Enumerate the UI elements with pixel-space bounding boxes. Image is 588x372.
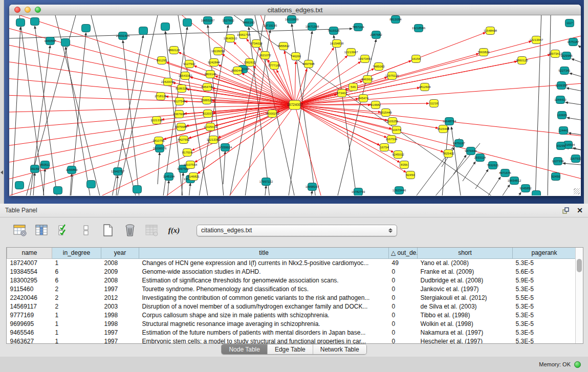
- graph-node[interactable]: 10653287: [201, 17, 215, 25]
- cell-short[interactable]: Yano et al. (2008): [418, 258, 513, 267]
- cell-title[interactable]: Genome-wide association studies in ADHD.: [139, 267, 389, 276]
- cell-pagerank[interactable]: 5.5E-5: [513, 293, 576, 302]
- graph-node[interactable]: 12923446: [393, 187, 406, 194]
- graph-node[interactable]: 19218586: [412, 25, 426, 32]
- table-row[interactable]: 1456911722003Disruption of a novel membe…: [7, 302, 576, 311]
- graph-node[interactable]: [133, 186, 142, 193]
- graph-node[interactable]: [15, 182, 24, 189]
- cell-in_degree[interactable]: 2: [52, 285, 101, 293]
- cell-year[interactable]: 2009: [101, 267, 139, 276]
- citation-edge-black[interactable]: [508, 192, 521, 195]
- graph-node[interactable]: 1621072: [259, 52, 271, 59]
- cell-out_degree[interactable]: 0: [389, 311, 418, 319]
- citation-edge-black[interactable]: [188, 183, 190, 195]
- graph-node[interactable]: 11216: [430, 100, 439, 107]
- graph-node[interactable]: 7857224: [352, 24, 364, 31]
- citation-edge-black[interactable]: [33, 173, 35, 195]
- graph-node[interactable]: 10958167: [306, 183, 319, 191]
- graph-node[interactable]: 19671388: [306, 23, 319, 31]
- show-columns-icon[interactable]: [34, 223, 50, 238]
- cell-name[interactable]: 9699695: [7, 319, 52, 328]
- cell-name[interactable]: 9115460: [7, 285, 52, 293]
- graph-node[interactable]: 1940557: [44, 37, 56, 45]
- graph-node[interactable]: 9466160: [243, 19, 255, 27]
- cell-pagerank[interactable]: 5.6E-5: [513, 267, 576, 276]
- cell-year[interactable]: 2008: [101, 276, 139, 285]
- table-row[interactable]: 969969511998Structural magnetic resonanc…: [7, 319, 576, 328]
- cell-pagerank[interactable]: 5.3E-5: [513, 311, 576, 319]
- cell-title[interactable]: Estimation of the future numbers of pati…: [139, 328, 389, 337]
- citation-edge-black[interactable]: [12, 27, 20, 195]
- cell-title[interactable]: Tourette syndrome. Phenomenology and cla…: [139, 285, 389, 293]
- cell-in_degree[interactable]: 1: [52, 258, 101, 267]
- cell-year[interactable]: 2008: [101, 258, 139, 267]
- cell-short[interactable]: Franke et al. (2009): [418, 267, 513, 276]
- canvas-resize-grip[interactable]: [574, 188, 580, 194]
- citation-edge-black[interactable]: [570, 73, 581, 80]
- citation-edge-black[interactable]: [567, 88, 581, 93]
- node-table-grid[interactable]: namein_degreeyeartitle△ out_de...shortpa…: [7, 248, 575, 343]
- new-table-icon[interactable]: [100, 223, 116, 238]
- graph-node[interactable]: 8471676: [499, 169, 511, 177]
- column-header-out_degree[interactable]: △ out_de...: [389, 248, 418, 258]
- graph-node[interactable]: 822037: [203, 110, 213, 118]
- cell-title[interactable]: Investigating the contribution of common…: [139, 293, 389, 302]
- graph-node[interactable]: 9227341: [558, 67, 571, 75]
- citation-edge-black[interactable]: [223, 151, 225, 184]
- cell-out_degree[interactable]: 0: [389, 302, 418, 311]
- citation-edge-black[interactable]: [167, 181, 169, 195]
- table-row[interactable]: 977716911998Corpus callosum shape and si…: [7, 311, 576, 319]
- graph-node[interactable]: 9329965: [560, 52, 573, 60]
- collapse-left-arrow-icon[interactable]: [1, 170, 3, 174]
- citation-edge-black[interactable]: [563, 163, 581, 166]
- select-all-icon[interactable]: [56, 223, 72, 238]
- cell-title[interactable]: Changes of HCN gene expression and I(f) …: [139, 258, 389, 267]
- cell-year[interactable]: 2003: [101, 302, 139, 311]
- graph-node[interactable]: 12942757: [111, 168, 125, 176]
- graph-node[interactable]: 16782759: [352, 188, 365, 196]
- graph-node[interactable]: 9127548: [173, 98, 186, 105]
- graph-node[interactable]: 12975115: [385, 72, 399, 80]
- column-header-title[interactable]: title: [139, 248, 389, 258]
- graph-node[interactable]: 2718126: [155, 93, 167, 100]
- table-row[interactable]: 946362711997Embryonic stem cells: a mode…: [7, 337, 576, 343]
- graph-node[interactable]: 93299: [557, 142, 566, 150]
- graph-node[interactable]: 9475685: [175, 123, 187, 131]
- left-panel-divider[interactable]: [0, 0, 4, 204]
- graph-node[interactable]: 8186328: [176, 85, 188, 93]
- graph-node[interactable]: 18226058: [211, 48, 225, 55]
- table-row[interactable]: 1830029562008Estimation of significance …: [7, 276, 576, 285]
- graph-node[interactable]: 12213957: [530, 36, 543, 44]
- cell-name[interactable]: 9465546: [7, 328, 52, 337]
- graph-node[interactable]: 1588520: [201, 97, 213, 104]
- graph-node[interactable]: 20206576: [153, 145, 167, 152]
- citation-edge-black[interactable]: [413, 138, 460, 195]
- graph-node[interactable]: 1103251: [387, 118, 399, 125]
- cell-short[interactable]: Jankovic et al. (1997): [418, 285, 513, 293]
- graph-node[interactable]: 2087682: [370, 31, 382, 39]
- graph-node[interactable]: [31, 18, 39, 26]
- cell-pagerank[interactable]: 5.3E-5: [513, 337, 576, 343]
- cell-year[interactable]: 1997: [101, 285, 139, 293]
- table-row[interactable]: 1938455462009Genome-wide association stu…: [7, 267, 576, 276]
- citation-edge-red[interactable]: [295, 41, 531, 105]
- graph-node[interactable]: 16648784: [443, 118, 456, 125]
- graph-node[interactable]: 1209358: [555, 82, 568, 90]
- citation-edge-black[interactable]: [451, 127, 462, 195]
- cell-out_degree[interactable]: 0: [389, 337, 418, 343]
- graph-node[interactable]: 1156869: [66, 166, 78, 174]
- graph-node[interactable]: 1227334: [552, 158, 564, 165]
- citation-edge-black[interactable]: [497, 185, 510, 195]
- graph-node[interactable]: 2367608: [173, 111, 185, 118]
- citation-edge-black[interactable]: [442, 127, 448, 195]
- column-header-in_degree[interactable]: in_degree: [52, 248, 101, 258]
- graph-node[interactable]: [161, 23, 170, 31]
- graph-node[interactable]: 1167533: [570, 155, 581, 163]
- column-header-short[interactable]: short: [418, 248, 513, 258]
- citation-edge-red[interactable]: [295, 33, 486, 105]
- cell-out_degree[interactable]: 0: [389, 267, 418, 276]
- graph-node[interactable]: 1810755: [153, 137, 165, 145]
- citation-edge-black[interactable]: [578, 46, 581, 55]
- graph-node[interactable]: 1145194: [163, 173, 176, 181]
- citation-edge-black[interactable]: [572, 59, 581, 67]
